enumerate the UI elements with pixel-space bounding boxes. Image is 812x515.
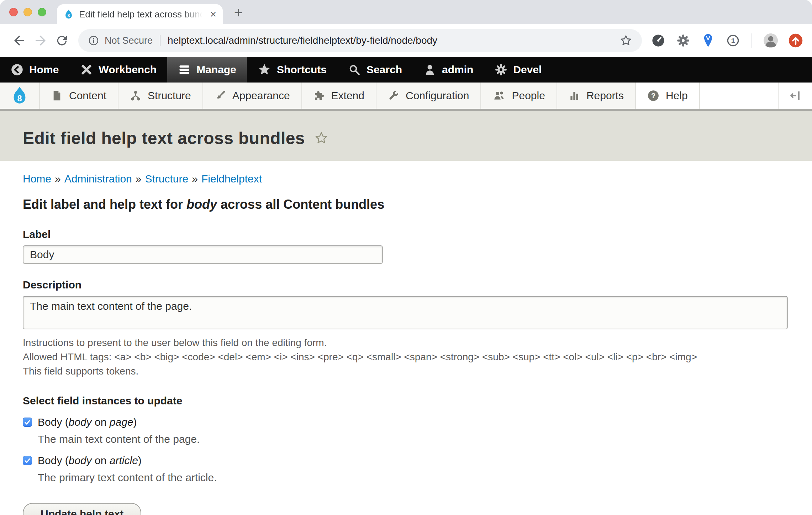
sitemap-icon (130, 90, 141, 101)
reload-button[interactable] (51, 30, 73, 51)
breadcrumb-separator: » (192, 173, 198, 185)
page-header: Edit field help text across bundles (0, 111, 812, 161)
description-textarea[interactable]: The main text content of the page. (23, 296, 788, 329)
toolbar-divider (752, 33, 752, 48)
collapse-left-icon (789, 89, 802, 102)
update-help-text-button[interactable]: Update help text (23, 503, 141, 515)
forward-button[interactable] (30, 30, 51, 51)
extensions-area: 1 (650, 33, 803, 48)
new-tab-button[interactable]: + (228, 3, 248, 23)
admin-toolbar-manage[interactable]: Manage (167, 57, 247, 83)
drupal-admin-toolbar: Home Workbench Manage Shortcuts Search a… (0, 57, 812, 83)
svg-text:8: 8 (17, 94, 22, 103)
people-icon (492, 90, 505, 101)
chrome-update-button[interactable] (788, 33, 803, 48)
extension-gauge-icon[interactable] (650, 33, 666, 48)
url-text[interactable]: helptext.local/admin/structure/fieldhelp… (168, 35, 619, 46)
instance-row-article: Body (body on article) The primary text … (23, 455, 788, 484)
drupal-logo[interactable]: 8 (0, 83, 40, 109)
instance-description: The main text content of the page. (38, 433, 788, 445)
puzzle-icon (313, 90, 325, 101)
browser-toolbar: Not Secure helptext.local/admin/structur… (0, 24, 812, 57)
search-icon (348, 63, 361, 76)
bookmark-star-icon[interactable] (619, 34, 633, 47)
description-field-label: Description (23, 279, 788, 291)
breadcrumb-administration[interactable]: Administration (64, 173, 132, 185)
svg-text:?: ? (651, 92, 655, 100)
admin-toolbar-devel[interactable]: Devel (484, 57, 552, 83)
breadcrumb-fieldhelptext[interactable]: Fieldhelptext (201, 173, 262, 185)
menu-item-structure[interactable]: Structure (118, 83, 203, 109)
hamburger-icon (178, 63, 191, 76)
tab-title: Edit field help text across bund (79, 9, 205, 20)
extension-badge-icon[interactable]: 1 (725, 33, 741, 48)
checkbox-label[interactable]: Body (body on article) (38, 455, 142, 467)
wrench-icon (388, 90, 399, 101)
forward-icon (33, 33, 48, 48)
gear-icon (495, 63, 507, 76)
admin-toolbar-search[interactable]: Search (337, 57, 413, 83)
back-icon (12, 33, 27, 48)
browser-window: 8 Edit field help text across bund × + N… (0, 0, 812, 515)
instance-row-page: Body (body on page) The main text conten… (23, 416, 788, 445)
omnibox-divider (160, 35, 160, 46)
browser-tab[interactable]: 8 Edit field help text across bund × (57, 4, 223, 24)
window-controls (9, 8, 46, 16)
extension-gear-icon[interactable] (675, 33, 691, 48)
svg-text:1: 1 (731, 37, 735, 44)
check-icon (23, 418, 31, 426)
url-bar[interactable]: Not Secure helptext.local/admin/structur… (78, 29, 642, 52)
admin-toolbar-home[interactable]: Home (0, 57, 69, 83)
main-content: Home»Administration»Structure»Fieldhelpt… (0, 161, 812, 515)
star-icon (258, 63, 271, 76)
menu-item-content[interactable]: Content (40, 83, 118, 109)
admin-toolbar-user[interactable]: admin (413, 57, 484, 83)
breadcrumb-home[interactable]: Home (23, 173, 51, 185)
close-window-button[interactable] (9, 8, 18, 16)
toolbar-orientation-toggle[interactable] (778, 83, 812, 109)
drupal-menu-tray: 8 Content Structure Appearance Extend Co… (0, 83, 812, 111)
checkbox-body-page[interactable] (23, 418, 32, 427)
reload-icon (55, 33, 69, 48)
checkbox-body-article[interactable] (23, 456, 32, 465)
allowed-tags-help-line: Allowed HTML tags: <a> <b> <big> <code> … (23, 350, 788, 364)
admin-toolbar-workbench[interactable]: Workbench (69, 57, 167, 83)
zoom-window-button[interactable] (38, 8, 46, 16)
field-machine-name: body (186, 197, 217, 212)
label-input[interactable] (23, 245, 383, 264)
favorite-star-icon[interactable] (314, 131, 328, 145)
bar-chart-icon (569, 90, 580, 101)
back-to-site-icon (11, 63, 23, 76)
breadcrumb-structure[interactable]: Structure (145, 173, 188, 185)
menu-item-configuration[interactable]: Configuration (376, 83, 481, 109)
admin-toolbar-shortcuts[interactable]: Shortcuts (247, 57, 337, 83)
svg-text:8: 8 (68, 13, 70, 18)
menu-item-reports[interactable]: Reports (557, 83, 636, 109)
tab-close-icon[interactable]: × (210, 9, 216, 20)
crossed-tools-icon (80, 63, 93, 76)
check-icon (23, 457, 31, 464)
menu-item-people[interactable]: People (481, 83, 557, 109)
instance-description: The primary text content of the article. (38, 472, 788, 484)
profile-avatar[interactable] (763, 33, 779, 48)
document-icon (51, 90, 63, 101)
menu-item-appearance[interactable]: Appearance (203, 83, 302, 109)
breadcrumb-separator: » (136, 173, 142, 185)
drupal-favicon: 8 (63, 9, 74, 20)
security-chip[interactable]: Not Secure (105, 35, 153, 46)
breadcrumb: Home»Administration»Structure»Fieldhelpt… (23, 173, 788, 185)
menu-item-help[interactable]: ? Help (636, 83, 700, 109)
minimize-window-button[interactable] (23, 8, 32, 16)
info-icon[interactable] (88, 34, 100, 47)
label-field-label: Label (23, 228, 788, 240)
form-heading: Edit label and help text for body across… (23, 197, 788, 212)
tab-strip: 8 Edit field help text across bund × + (0, 0, 812, 24)
help-icon: ? (647, 90, 659, 102)
breadcrumb-separator: » (55, 173, 61, 185)
paintbrush-icon (215, 90, 226, 101)
extension-pin-icon[interactable] (700, 33, 716, 48)
back-button[interactable] (9, 30, 30, 51)
menu-item-extend[interactable]: Extend (302, 83, 376, 109)
user-icon (423, 63, 436, 76)
checkbox-label[interactable]: Body (body on page) (38, 416, 137, 428)
